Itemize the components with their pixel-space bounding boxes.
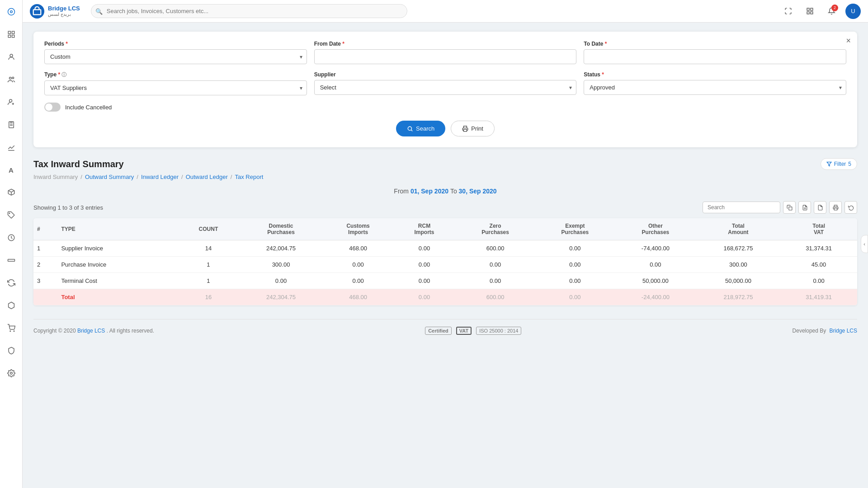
sidebar-icon-settings[interactable] [4, 366, 19, 380]
date-to: 30, Sep 2020 [459, 188, 497, 195]
total-customs: 468.00 [323, 289, 393, 305]
breadcrumb-item-outward-ledger[interactable]: Outward Ledger [186, 174, 228, 180]
cell-customs: 468.00 [323, 240, 393, 257]
status-select-wrap[interactable]: Approved [584, 80, 846, 95]
fullscreen-icon[interactable] [780, 4, 796, 19]
cell-num: 3 [33, 273, 57, 289]
global-search[interactable]: 🔍 [91, 4, 407, 18]
svg-rect-25 [807, 8, 809, 10]
svg-rect-36 [834, 208, 837, 210]
cell-domestic: 0.00 [239, 273, 323, 289]
footer-center: Certified VAT ISO 25000 : 2014 [425, 327, 521, 335]
copy-icon[interactable] [783, 201, 796, 214]
include-cancelled-label: Include Cancelled [65, 104, 112, 111]
notifications-icon[interactable]: 2 [824, 4, 839, 19]
cell-domestic: 242,004.75 [239, 240, 323, 257]
sidebar-icon-tag[interactable] [4, 208, 19, 222]
breadcrumb-sep-4: / [231, 174, 232, 180]
to-date-input[interactable]: 30-09-2020 [584, 49, 846, 64]
entries-info: Showing 1 to 3 of 3 entries [33, 204, 103, 211]
svg-rect-2 [8, 31, 10, 33]
date-prefix: From [394, 188, 409, 195]
sidebar-icon-clock[interactable] [4, 230, 19, 245]
total-vat: 31,419.31 [780, 289, 857, 305]
search-input[interactable] [91, 4, 407, 18]
type-select-wrap[interactable]: VAT Suppliers [44, 80, 307, 95]
sidebar-icon-shield[interactable] [4, 343, 19, 358]
svg-rect-26 [810, 8, 812, 10]
svg-point-1 [10, 11, 12, 13]
table-search-input[interactable] [703, 202, 780, 213]
user-avatar[interactable]: U [845, 4, 861, 19]
footer-dev-link[interactable]: Bridge LCS [830, 328, 857, 334]
svg-point-23 [10, 372, 12, 375]
periods-select[interactable]: Custom [44, 49, 307, 64]
footer-developer: Developed By Bridge LCS [793, 328, 857, 334]
brand-arabic: بريدج لسس [48, 12, 80, 17]
navbar: Bridge LCS بريدج لسس 🔍 2 U [23, 0, 868, 23]
sidebar-icon-add-user[interactable] [4, 95, 19, 109]
footer: Copyright © 2020 Bridge LCS . All rights… [33, 319, 857, 335]
footer-copyright: Copyright © 2020 Bridge LCS . All rights… [33, 328, 154, 334]
filter-button[interactable]: Filter 5 [821, 158, 857, 170]
breadcrumb-item-outward[interactable]: Outward Summary [85, 174, 134, 180]
footer-brand-link[interactable]: Bridge LCS [77, 328, 105, 334]
sidebar-icon-chart[interactable] [4, 140, 19, 155]
cell-type: Purchase Invoice [57, 257, 178, 273]
sidebar-icon-user[interactable] [4, 50, 19, 64]
sidebar-icon-text[interactable]: A [4, 163, 19, 177]
type-label: Type * ⓘ [44, 71, 307, 78]
sidebar-icon-box[interactable] [4, 185, 19, 200]
from-date-input[interactable]: 01-09-2020 [314, 49, 577, 64]
col-domestic: DomesticPurchases [239, 218, 323, 240]
excel-icon[interactable] [814, 201, 826, 214]
type-select[interactable]: VAT Suppliers [44, 80, 307, 95]
total-row: Total 16 242,304.75 468.00 0.00 600.00 0… [33, 289, 857, 305]
sidebar-icon-users[interactable] [4, 72, 19, 87]
print-button[interactable]: Print [451, 121, 495, 136]
filter-actions: Search Print [44, 121, 846, 136]
sidebar-icon-layers[interactable] [4, 253, 19, 267]
grid-icon[interactable] [802, 4, 817, 19]
sidebar-toggle[interactable]: ‹ [861, 235, 868, 253]
periods-select-wrap[interactable]: Custom [44, 49, 307, 64]
sidebar-icon-refresh[interactable] [4, 276, 19, 290]
notification-badge: 2 [831, 5, 838, 11]
type-field: Type * ⓘ VAT Suppliers [44, 71, 307, 95]
sidebar-icon-hex[interactable] [4, 298, 19, 313]
search-button[interactable]: Search [396, 121, 445, 136]
include-cancelled-toggle[interactable] [44, 103, 61, 112]
sidebar-icon-home[interactable] [4, 5, 19, 19]
date-from: 01, Sep 2020 [410, 188, 450, 195]
supplier-select[interactable]: Select [314, 80, 577, 95]
supplier-field: Supplier Select [314, 71, 577, 95]
svg-point-29 [408, 127, 411, 130]
sidebar-icon-cart[interactable] [4, 321, 19, 335]
breadcrumb-item-inward-ledger[interactable]: Inward Ledger [141, 174, 179, 180]
breadcrumb-sep-1: / [80, 174, 82, 180]
table-row: 1 Supplier Invoice 14 242,004.75 468.00 … [33, 240, 857, 257]
cell-count: 14 [178, 240, 239, 257]
cell-zero: 0.00 [455, 273, 535, 289]
sidebar-icon-menu[interactable] [4, 27, 19, 42]
close-button[interactable]: × [846, 36, 851, 46]
refresh-table-icon[interactable] [844, 201, 857, 214]
svg-rect-3 [12, 31, 14, 33]
sidebar-icon-clipboard[interactable] [4, 117, 19, 132]
cell-total-amount: 168,672.75 [696, 240, 780, 257]
cell-zero: 0.00 [455, 257, 535, 273]
cell-exempt: 0.00 [535, 273, 615, 289]
to-date-field: To Date * 30-09-2020 [584, 41, 846, 64]
table-search[interactable] [703, 202, 780, 213]
breadcrumb-item-tax-report[interactable]: Tax Report [235, 174, 263, 180]
cell-total-amount: 300.00 [696, 257, 780, 273]
supplier-select-wrap[interactable]: Select [314, 80, 577, 95]
type-info-icon[interactable]: ⓘ [61, 72, 66, 77]
status-select[interactable]: Approved [584, 80, 846, 95]
total-text: Total [57, 289, 178, 305]
filter-panel: × Periods * Custom From Date * 01-09 [33, 32, 857, 147]
cell-type: Supplier Invoice [57, 240, 178, 257]
print-table-icon[interactable] [829, 201, 842, 214]
csv-icon[interactable] [798, 201, 811, 214]
svg-point-22 [14, 331, 14, 332]
